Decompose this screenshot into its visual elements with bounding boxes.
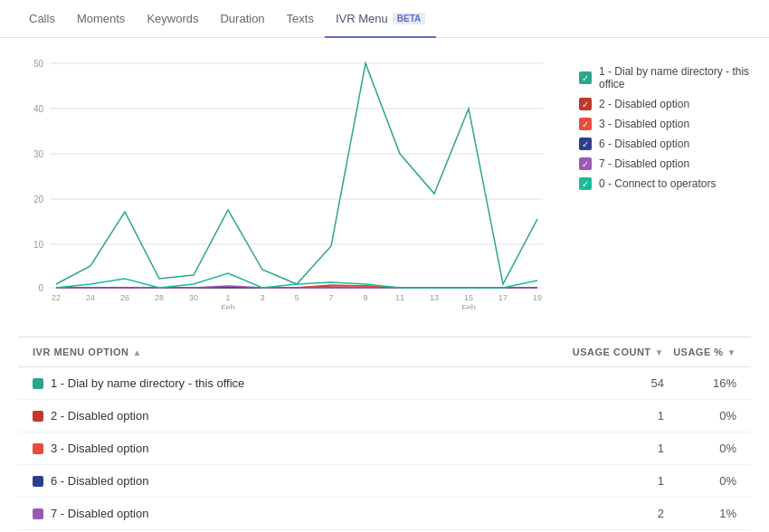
legend-label: 3 - Disabled option	[599, 118, 689, 130]
tab-texts[interactable]: Texts	[276, 0, 325, 38]
svg-text:22: 22	[52, 293, 61, 302]
legend-item-6[interactable]: ✓ 6 - Disabled option	[579, 138, 751, 150]
svg-text:0: 0	[38, 283, 43, 293]
svg-text:13: 13	[430, 293, 439, 302]
table-row: 7 - Disabled option 2 1%	[18, 498, 751, 530]
nav-tabs: Calls Moments Keywords Duration Texts IV…	[0, 0, 769, 38]
tab-ivr-menu-label: IVR Menu	[336, 12, 388, 25]
row-color-dot	[33, 378, 43, 389]
table-container: IVR MENU OPTION ▲ USAGE COUNT ▼ USAGE % …	[18, 337, 751, 532]
legend-item-2[interactable]: ✓ 2 - Disabled option	[579, 98, 751, 110]
sort-arrow-option: ▲	[133, 347, 142, 357]
row-color-dot	[33, 508, 43, 519]
tab-moments[interactable]: Moments	[66, 0, 136, 38]
table-header: IVR MENU OPTION ▲ USAGE COUNT ▼ USAGE % …	[18, 337, 751, 367]
row-option: 7 - Disabled option	[33, 507, 555, 520]
legend-label: 2 - Disabled option	[599, 98, 689, 110]
row-option: 3 - Disabled option	[33, 442, 555, 455]
chart-container: 50 40 30 20 10 0 22 24 26 28 30 1 Feb	[18, 56, 751, 309]
sort-arrow-usage: ▼	[727, 347, 736, 357]
row-option: 1 - Dial by name directory - this office	[33, 376, 555, 390]
legend-item-3[interactable]: ✓ 3 - Disabled option	[579, 118, 751, 130]
svg-text:20: 20	[33, 195, 44, 204]
chart-svg: 50 40 30 20 10 0 22 24 26 28 30 1 Feb	[18, 56, 561, 309]
legend-item-1[interactable]: ✓ 1 - Dial by name directory - this offi…	[579, 65, 751, 90]
row-usage: 0%	[664, 442, 736, 455]
legend-label: 0 - Connect to operators	[599, 177, 716, 190]
th-option[interactable]: IVR MENU OPTION ▲	[33, 347, 555, 357]
row-label: 1 - Dial by name directory - this office	[51, 376, 244, 390]
svg-text:3: 3	[260, 293, 264, 302]
row-count: 54	[555, 376, 664, 390]
legend-checkbox: ✓	[579, 118, 592, 130]
row-count: 1	[555, 474, 664, 488]
main-content: 50 40 30 20 10 0 22 24 26 28 30 1 Feb	[0, 38, 769, 532]
sort-arrow-count: ▼	[655, 347, 664, 357]
legend-item-0[interactable]: ✓ 0 - Connect to operators	[579, 177, 751, 190]
svg-text:10: 10	[33, 240, 44, 250]
svg-text:1: 1	[225, 293, 230, 302]
legend-checkbox: ✓	[579, 138, 592, 150]
row-label: 3 - Disabled option	[51, 442, 148, 455]
table-row: 2 - Disabled option 1 0%	[18, 400, 751, 432]
row-label: 7 - Disabled option	[51, 507, 148, 520]
legend-checkbox: ✓	[579, 177, 592, 190]
svg-text:17: 17	[498, 293, 508, 302]
svg-text:7: 7	[328, 293, 333, 302]
row-label: 6 - Disabled option	[51, 474, 148, 488]
svg-text:Feb: Feb	[461, 303, 476, 309]
legend-label: 7 - Disabled option	[599, 157, 689, 170]
th-count[interactable]: USAGE COUNT ▼	[555, 347, 664, 357]
legend-checkbox: ✓	[579, 98, 592, 110]
th-usage[interactable]: USAGE % ▼	[664, 347, 736, 357]
svg-text:24: 24	[86, 293, 95, 302]
table-row: 3 - Disabled option 1 0%	[18, 432, 751, 465]
table-rows: 1 - Dial by name directory - this office…	[18, 367, 751, 532]
svg-text:30: 30	[189, 293, 198, 302]
tab-keywords[interactable]: Keywords	[136, 0, 209, 38]
legend-item-7[interactable]: ✓ 7 - Disabled option	[579, 157, 751, 170]
chart-legend: ✓ 1 - Dial by name directory - this offi…	[561, 56, 751, 309]
row-option: 2 - Disabled option	[33, 409, 555, 423]
svg-text:28: 28	[155, 293, 164, 302]
row-color-dot	[33, 411, 43, 422]
svg-text:11: 11	[395, 293, 404, 302]
legend-checkbox: ✓	[579, 71, 592, 84]
row-color-dot	[33, 443, 43, 454]
svg-text:5: 5	[294, 293, 299, 302]
row-usage: 0%	[664, 474, 736, 488]
row-count: 1	[555, 442, 664, 455]
row-count: 2	[555, 507, 664, 520]
tab-ivr-menu[interactable]: IVR Menu BETA	[325, 0, 436, 38]
svg-text:15: 15	[464, 293, 473, 302]
svg-text:19: 19	[533, 293, 542, 302]
tab-duration[interactable]: Duration	[209, 0, 275, 38]
chart-area: 50 40 30 20 10 0 22 24 26 28 30 1 Feb	[18, 56, 561, 309]
row-usage: 1%	[664, 507, 736, 520]
table-row: 6 - Disabled option 1 0%	[18, 465, 751, 498]
svg-text:Feb: Feb	[221, 303, 235, 309]
legend-label: 1 - Dial by name directory - this office	[599, 65, 751, 90]
row-usage: 16%	[664, 376, 736, 390]
svg-text:50: 50	[33, 59, 44, 69]
table-row: 1 - Dial by name directory - this office…	[18, 367, 751, 400]
legend-label: 6 - Disabled option	[599, 138, 689, 150]
legend-checkbox: ✓	[579, 157, 592, 170]
svg-text:26: 26	[120, 293, 129, 302]
row-color-dot	[33, 476, 43, 487]
svg-text:40: 40	[33, 104, 44, 114]
row-label: 2 - Disabled option	[51, 409, 148, 423]
row-usage: 0%	[664, 409, 736, 423]
tab-calls[interactable]: Calls	[18, 0, 66, 38]
svg-text:9: 9	[363, 293, 367, 302]
row-option: 6 - Disabled option	[33, 474, 555, 488]
svg-text:30: 30	[33, 149, 44, 159]
beta-badge: BETA	[393, 13, 425, 24]
row-count: 1	[555, 409, 664, 423]
